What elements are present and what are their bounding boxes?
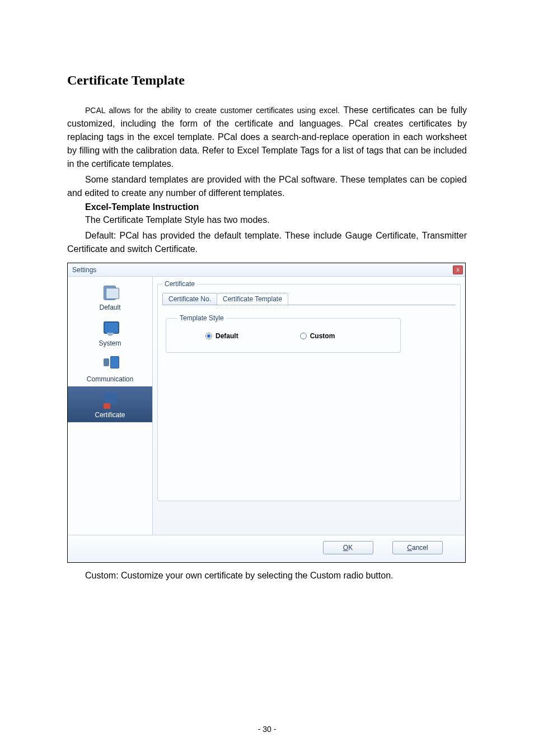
sidebar-item-label: Communication (68, 375, 152, 383)
communication-icon (100, 355, 120, 374)
subheading-excel-template: Excel-Template Instruction (67, 202, 467, 212)
sidebar-item-label: Default (68, 304, 152, 311)
close-icon[interactable]: x (453, 265, 463, 274)
dialog-footer: OK Cancel (68, 535, 465, 562)
paragraph-2: Some standard templates are provided wit… (67, 173, 467, 200)
dialog-titlebar: Settings x (68, 263, 465, 277)
radio-default[interactable]: Default (205, 332, 238, 340)
radio-label: Custom (310, 332, 335, 340)
paragraph-4: Default: PCal has provided the default t… (67, 229, 467, 256)
certificate-group: Certificate Certificate No. Certificate … (157, 280, 461, 501)
group-legend-certificate: Certificate (162, 280, 197, 288)
dialog-sidebar: Default System Communication Certificate (68, 277, 153, 535)
figure-caption: Custom: Customize your own certificate b… (67, 571, 467, 581)
ok-button[interactable]: OK (323, 541, 373, 554)
sidebar-item-communication[interactable]: Communication (68, 351, 152, 386)
sidebar-item-system[interactable]: System (68, 315, 152, 351)
paragraph-1: PCAL allows for the ability to create cu… (67, 104, 467, 171)
tab-certificate-no[interactable]: Certificate No. (162, 293, 217, 305)
section-heading: Certificate Template (67, 73, 467, 88)
certificate-icon (100, 391, 120, 410)
cancel-button[interactable]: Cancel (392, 541, 443, 554)
sidebar-item-label: System (68, 339, 152, 347)
group-legend-template-style: Template Style (177, 314, 226, 322)
default-icon (100, 283, 120, 302)
radio-icon (205, 333, 212, 339)
sidebar-item-default[interactable]: Default (68, 279, 152, 315)
tab-certificate-template[interactable]: Certificate Template (217, 293, 288, 305)
paragraph-3: The Certificate Template Style has two m… (67, 213, 467, 227)
radio-custom[interactable]: Custom (300, 332, 335, 340)
radio-icon (300, 333, 307, 339)
tab-panel-certificate-template: Template Style Default Custom (162, 305, 456, 433)
sidebar-item-label: Certificate (68, 411, 152, 419)
dialog-title-text: Settings (72, 266, 96, 274)
settings-dialog: Settings x Default System Communication (67, 263, 466, 563)
page-number: - 30 - (0, 725, 534, 734)
radio-label: Default (216, 332, 238, 340)
sidebar-item-certificate[interactable]: Certificate (68, 386, 152, 422)
template-style-group: Template Style Default Custom (166, 314, 401, 353)
monitor-icon (100, 319, 120, 338)
